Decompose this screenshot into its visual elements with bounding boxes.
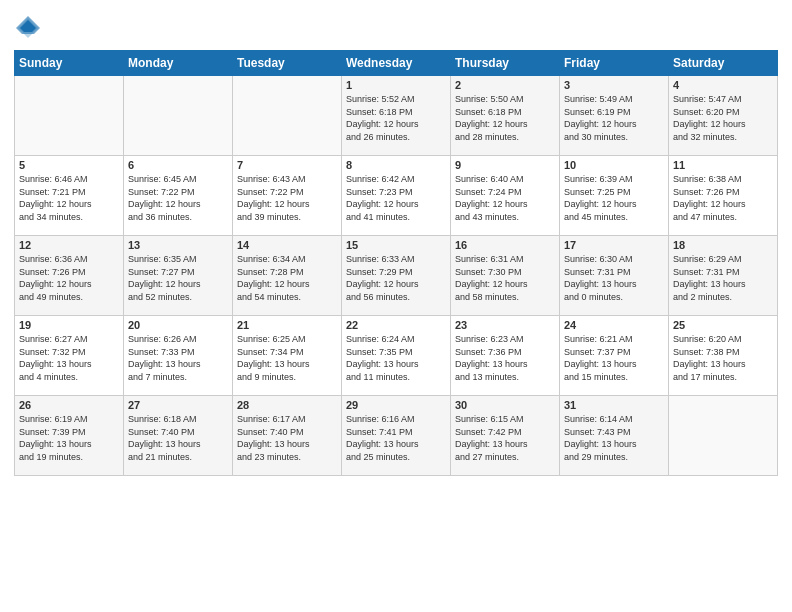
day-info: Sunrise: 6:42 AM Sunset: 7:23 PM Dayligh… (346, 173, 446, 223)
day-number: 25 (673, 319, 773, 331)
logo (14, 14, 46, 42)
day-number: 15 (346, 239, 446, 251)
calendar-week-row: 5Sunrise: 6:46 AM Sunset: 7:21 PM Daylig… (15, 156, 778, 236)
calendar-body: 1Sunrise: 5:52 AM Sunset: 6:18 PM Daylig… (15, 76, 778, 476)
day-number: 22 (346, 319, 446, 331)
calendar-cell (15, 76, 124, 156)
day-info: Sunrise: 6:23 AM Sunset: 7:36 PM Dayligh… (455, 333, 555, 383)
calendar-cell: 14Sunrise: 6:34 AM Sunset: 7:28 PM Dayli… (233, 236, 342, 316)
calendar-cell: 6Sunrise: 6:45 AM Sunset: 7:22 PM Daylig… (124, 156, 233, 236)
calendar-week-row: 19Sunrise: 6:27 AM Sunset: 7:32 PM Dayli… (15, 316, 778, 396)
col-wednesday: Wednesday (342, 51, 451, 76)
day-info: Sunrise: 6:31 AM Sunset: 7:30 PM Dayligh… (455, 253, 555, 303)
day-info: Sunrise: 6:40 AM Sunset: 7:24 PM Dayligh… (455, 173, 555, 223)
calendar-cell: 24Sunrise: 6:21 AM Sunset: 7:37 PM Dayli… (560, 316, 669, 396)
calendar-cell: 29Sunrise: 6:16 AM Sunset: 7:41 PM Dayli… (342, 396, 451, 476)
day-info: Sunrise: 6:14 AM Sunset: 7:43 PM Dayligh… (564, 413, 664, 463)
day-info: Sunrise: 6:24 AM Sunset: 7:35 PM Dayligh… (346, 333, 446, 383)
day-info: Sunrise: 6:38 AM Sunset: 7:26 PM Dayligh… (673, 173, 773, 223)
calendar-cell: 10Sunrise: 6:39 AM Sunset: 7:25 PM Dayli… (560, 156, 669, 236)
calendar-week-row: 12Sunrise: 6:36 AM Sunset: 7:26 PM Dayli… (15, 236, 778, 316)
day-number: 17 (564, 239, 664, 251)
col-sunday: Sunday (15, 51, 124, 76)
day-number: 21 (237, 319, 337, 331)
calendar-cell: 8Sunrise: 6:42 AM Sunset: 7:23 PM Daylig… (342, 156, 451, 236)
calendar-cell: 1Sunrise: 5:52 AM Sunset: 6:18 PM Daylig… (342, 76, 451, 156)
day-number: 30 (455, 399, 555, 411)
day-number: 23 (455, 319, 555, 331)
day-number: 28 (237, 399, 337, 411)
day-number: 31 (564, 399, 664, 411)
day-info: Sunrise: 6:43 AM Sunset: 7:22 PM Dayligh… (237, 173, 337, 223)
day-number: 10 (564, 159, 664, 171)
calendar-cell (124, 76, 233, 156)
calendar-cell: 3Sunrise: 5:49 AM Sunset: 6:19 PM Daylig… (560, 76, 669, 156)
page-container: Sunday Monday Tuesday Wednesday Thursday… (0, 0, 792, 612)
calendar-table: Sunday Monday Tuesday Wednesday Thursday… (14, 50, 778, 476)
day-info: Sunrise: 6:30 AM Sunset: 7:31 PM Dayligh… (564, 253, 664, 303)
day-number: 13 (128, 239, 228, 251)
calendar-cell: 4Sunrise: 5:47 AM Sunset: 6:20 PM Daylig… (669, 76, 778, 156)
col-thursday: Thursday (451, 51, 560, 76)
col-saturday: Saturday (669, 51, 778, 76)
day-number: 1 (346, 79, 446, 91)
day-number: 20 (128, 319, 228, 331)
calendar-cell: 25Sunrise: 6:20 AM Sunset: 7:38 PM Dayli… (669, 316, 778, 396)
day-number: 24 (564, 319, 664, 331)
day-info: Sunrise: 6:17 AM Sunset: 7:40 PM Dayligh… (237, 413, 337, 463)
day-info: Sunrise: 6:26 AM Sunset: 7:33 PM Dayligh… (128, 333, 228, 383)
calendar-cell: 20Sunrise: 6:26 AM Sunset: 7:33 PM Dayli… (124, 316, 233, 396)
day-info: Sunrise: 6:36 AM Sunset: 7:26 PM Dayligh… (19, 253, 119, 303)
day-number: 8 (346, 159, 446, 171)
day-info: Sunrise: 6:27 AM Sunset: 7:32 PM Dayligh… (19, 333, 119, 383)
day-info: Sunrise: 6:18 AM Sunset: 7:40 PM Dayligh… (128, 413, 228, 463)
day-info: Sunrise: 6:20 AM Sunset: 7:38 PM Dayligh… (673, 333, 773, 383)
day-number: 6 (128, 159, 228, 171)
calendar-cell: 5Sunrise: 6:46 AM Sunset: 7:21 PM Daylig… (15, 156, 124, 236)
day-info: Sunrise: 5:50 AM Sunset: 6:18 PM Dayligh… (455, 93, 555, 143)
header (14, 10, 778, 42)
day-info: Sunrise: 6:34 AM Sunset: 7:28 PM Dayligh… (237, 253, 337, 303)
calendar-cell: 17Sunrise: 6:30 AM Sunset: 7:31 PM Dayli… (560, 236, 669, 316)
day-info: Sunrise: 6:35 AM Sunset: 7:27 PM Dayligh… (128, 253, 228, 303)
day-info: Sunrise: 5:47 AM Sunset: 6:20 PM Dayligh… (673, 93, 773, 143)
day-number: 14 (237, 239, 337, 251)
day-number: 9 (455, 159, 555, 171)
day-info: Sunrise: 6:19 AM Sunset: 7:39 PM Dayligh… (19, 413, 119, 463)
col-friday: Friday (560, 51, 669, 76)
day-number: 3 (564, 79, 664, 91)
day-number: 27 (128, 399, 228, 411)
day-number: 16 (455, 239, 555, 251)
day-number: 2 (455, 79, 555, 91)
day-number: 12 (19, 239, 119, 251)
calendar-cell: 22Sunrise: 6:24 AM Sunset: 7:35 PM Dayli… (342, 316, 451, 396)
calendar-cell (233, 76, 342, 156)
calendar-cell: 15Sunrise: 6:33 AM Sunset: 7:29 PM Dayli… (342, 236, 451, 316)
calendar-header-row: Sunday Monday Tuesday Wednesday Thursday… (15, 51, 778, 76)
day-info: Sunrise: 6:46 AM Sunset: 7:21 PM Dayligh… (19, 173, 119, 223)
day-info: Sunrise: 6:21 AM Sunset: 7:37 PM Dayligh… (564, 333, 664, 383)
calendar-cell: 18Sunrise: 6:29 AM Sunset: 7:31 PM Dayli… (669, 236, 778, 316)
calendar-cell: 11Sunrise: 6:38 AM Sunset: 7:26 PM Dayli… (669, 156, 778, 236)
day-info: Sunrise: 6:29 AM Sunset: 7:31 PM Dayligh… (673, 253, 773, 303)
calendar-week-row: 1Sunrise: 5:52 AM Sunset: 6:18 PM Daylig… (15, 76, 778, 156)
day-number: 19 (19, 319, 119, 331)
calendar-cell: 7Sunrise: 6:43 AM Sunset: 7:22 PM Daylig… (233, 156, 342, 236)
day-info: Sunrise: 6:45 AM Sunset: 7:22 PM Dayligh… (128, 173, 228, 223)
calendar-cell: 2Sunrise: 5:50 AM Sunset: 6:18 PM Daylig… (451, 76, 560, 156)
calendar-cell: 23Sunrise: 6:23 AM Sunset: 7:36 PM Dayli… (451, 316, 560, 396)
day-number: 26 (19, 399, 119, 411)
day-number: 11 (673, 159, 773, 171)
calendar-cell: 13Sunrise: 6:35 AM Sunset: 7:27 PM Dayli… (124, 236, 233, 316)
col-tuesday: Tuesday (233, 51, 342, 76)
calendar-cell (669, 396, 778, 476)
calendar-cell: 27Sunrise: 6:18 AM Sunset: 7:40 PM Dayli… (124, 396, 233, 476)
day-info: Sunrise: 5:49 AM Sunset: 6:19 PM Dayligh… (564, 93, 664, 143)
calendar-cell: 19Sunrise: 6:27 AM Sunset: 7:32 PM Dayli… (15, 316, 124, 396)
calendar-cell: 16Sunrise: 6:31 AM Sunset: 7:30 PM Dayli… (451, 236, 560, 316)
day-info: Sunrise: 6:25 AM Sunset: 7:34 PM Dayligh… (237, 333, 337, 383)
calendar-cell: 12Sunrise: 6:36 AM Sunset: 7:26 PM Dayli… (15, 236, 124, 316)
calendar-cell: 30Sunrise: 6:15 AM Sunset: 7:42 PM Dayli… (451, 396, 560, 476)
day-info: Sunrise: 6:16 AM Sunset: 7:41 PM Dayligh… (346, 413, 446, 463)
calendar-cell: 9Sunrise: 6:40 AM Sunset: 7:24 PM Daylig… (451, 156, 560, 236)
